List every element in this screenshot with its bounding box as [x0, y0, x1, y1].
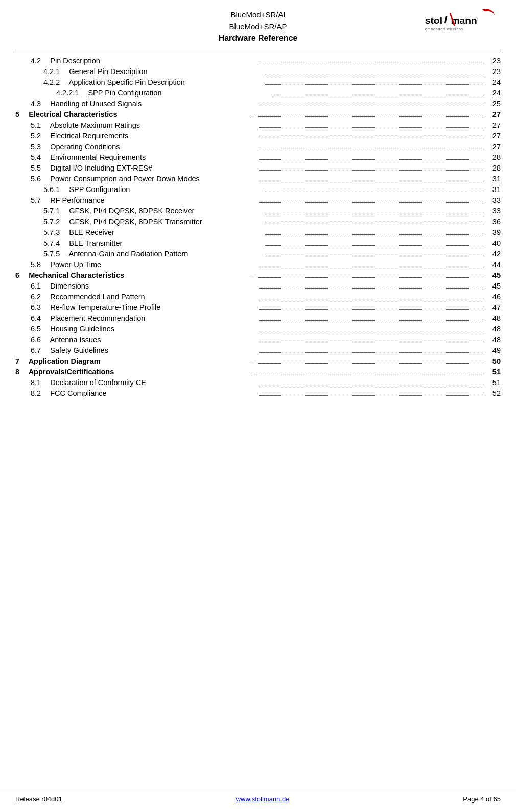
entry-page: 47 [486, 303, 501, 312]
entry-num: 8.1 [31, 378, 41, 387]
toc-entry-5-7-4: 5.7.4 BLE Transmitter 40 [15, 237, 501, 248]
entry-num: 5.8 [31, 260, 41, 269]
entry-page: 48 [486, 325, 501, 333]
entry-page: 27 [486, 132, 501, 140]
entry-num: 5.5 [31, 164, 41, 172]
entry-left: 6.6 Antenna Issues [31, 336, 256, 344]
toc-entry-4-2-2: 4.2.2 Application Specific Pin Descripti… [15, 77, 501, 87]
footer-page: Page 4 of 65 [463, 795, 501, 803]
entry-label: Safety Guidelines [44, 346, 256, 354]
entry-dots [271, 95, 484, 95]
entry-page: 36 [486, 218, 501, 226]
entry-page: 48 [486, 336, 501, 344]
entry-label: Application Diagram [22, 357, 249, 365]
entry-page: 25 [486, 100, 501, 108]
entry-label: Recommended Land Pattern [44, 293, 256, 301]
product-line2: BlueMod+SR/AP [219, 21, 298, 33]
entry-label: Electrical Characteristics [22, 110, 249, 118]
entry-dots [251, 374, 484, 374]
toc-entry-6-7: 6.7 Safety Guidelines 49 [15, 345, 501, 355]
entry-page: 45 [486, 271, 501, 279]
entry-left: 5.7.2 GFSK, PI/4 DQPSK, 8DPSK Transmitte… [43, 218, 263, 226]
entry-num: 5.7.3 [43, 228, 60, 236]
entry-label: Antenna Issues [44, 336, 256, 344]
entry-label: Placement Recommendation [44, 314, 256, 322]
entry-left: 5.5 Digital I/O Including EXT-RES# [31, 164, 256, 172]
toc-entry-5-6-1: 5.6.1 SPP Configuration 31 [15, 184, 501, 195]
entry-left: 6.3 Re-flow Temperature-Time Profile [31, 303, 256, 312]
entry-num: 6.6 [31, 336, 41, 344]
entry-num: 5.4 [31, 153, 41, 161]
entry-page: 50 [486, 357, 501, 365]
entry-num: 5 [15, 110, 19, 118]
entry-num: 8 [15, 368, 19, 376]
entry-dots [265, 192, 485, 192]
entry-left: 5.7 RF Performance [31, 196, 256, 204]
entry-dots [259, 127, 484, 128]
entry-label: GFSK, PI/4 DQPSK, 8DPSK Transmitter [63, 218, 263, 226]
hw-reference-title: Hardware Reference [219, 32, 298, 44]
entry-page: 23 [486, 67, 501, 76]
toc-entry-6: 6 Mechanical Characteristics 45 [15, 270, 501, 280]
entry-num: 6.1 [31, 282, 41, 290]
entry-dots [259, 267, 484, 267]
footer-website[interactable]: www.stollmann.de [236, 795, 290, 803]
entry-label: BLE Transmitter [63, 239, 263, 247]
entry-label: Power-Up Time [44, 260, 256, 269]
entry-left: 6.7 Safety Guidelines [31, 346, 256, 354]
entry-page: 46 [486, 293, 501, 301]
entry-label: Dimensions [44, 282, 256, 290]
entry-num: 6.5 [31, 325, 41, 333]
entry-label: Application Specific Pin Description [63, 78, 263, 86]
entry-dots [259, 352, 484, 353]
toc-entry-7: 7 Application Diagram 50 [15, 355, 501, 366]
svg-text:embedded wireless: embedded wireless [425, 27, 463, 31]
entry-page: 27 [486, 121, 501, 129]
entry-dots [259, 63, 484, 63]
entry-dots [259, 309, 484, 310]
entry-num: 5.7 [31, 196, 41, 204]
toc-entry-5-7-5: 5.7.5 Antenna-Gain and Radiation Pattern… [15, 248, 501, 259]
toc-entry-5-1: 5.1 Absolute Maximum Ratings 27 [15, 120, 501, 130]
toc-entry-5-5: 5.5 Digital I/O Including EXT-RES# 28 [15, 162, 501, 173]
stollmann-logo: stol l mann embedded wireless [424, 6, 496, 34]
entry-page: 45 [486, 282, 501, 290]
entry-label: Re-flow Temperature-Time Profile [44, 303, 256, 312]
entry-label: Power Consumption and Power Down Modes [44, 175, 256, 183]
entry-left: 5.3 Operating Conditions [31, 142, 256, 151]
entry-left: 5.7.5 Antenna-Gain and Radiation Pattern [43, 250, 263, 258]
entry-left: 5.8 Power-Up Time [31, 260, 256, 269]
entry-left: 5 Electrical Characteristics [15, 110, 249, 118]
entry-left: 5.7.1 GFSK, PI/4 DQPSK, 8DPSK Receiver [43, 207, 263, 215]
entry-left: 6.5 Housing Guidelines [31, 325, 256, 333]
entry-dots [259, 138, 484, 138]
entry-label: Approvals/Certifications [22, 368, 249, 376]
logo: stol l mann embedded wireless [424, 6, 496, 36]
entry-page: 23 [486, 57, 501, 65]
entry-left: 8.1 Declaration of Conformity CE [31, 378, 256, 387]
entry-dots [251, 116, 484, 117]
entry-dots [251, 277, 484, 278]
entry-label: Environmental Requirements [44, 153, 256, 161]
entry-dots [259, 299, 484, 299]
entry-label: Electrical Requirements [44, 132, 256, 140]
entry-page: 27 [486, 142, 501, 151]
entry-page: 27 [486, 110, 501, 118]
entry-label: Handling of Unused Signals [44, 100, 256, 108]
footer: Release r04d01 www.stollmann.de Page 4 o… [0, 792, 516, 803]
svg-text:mann: mann [451, 15, 477, 26]
toc-entry-5-6: 5.6 Power Consumption and Power Down Mod… [15, 173, 501, 184]
entry-num: 5.1 [31, 121, 41, 129]
entry-num: 4.2.1 [43, 67, 60, 76]
entry-left: 4.2.2.1 SPP Pin Configuration [56, 89, 269, 97]
entry-page: 39 [486, 228, 501, 236]
entry-label: SPP Configuration [63, 185, 263, 194]
entry-num: 4.3 [31, 100, 41, 108]
entry-num: 4.2.2 [43, 78, 60, 86]
entry-label: Pin Description [44, 57, 256, 65]
entry-num: 5.3 [31, 142, 41, 151]
entry-label: Antenna-Gain and Radiation Pattern [63, 250, 263, 258]
entry-num: 8.2 [31, 389, 41, 397]
entry-num: 5.6 [31, 175, 41, 183]
toc-entry-5-8: 5.8 Power-Up Time 44 [15, 259, 501, 270]
